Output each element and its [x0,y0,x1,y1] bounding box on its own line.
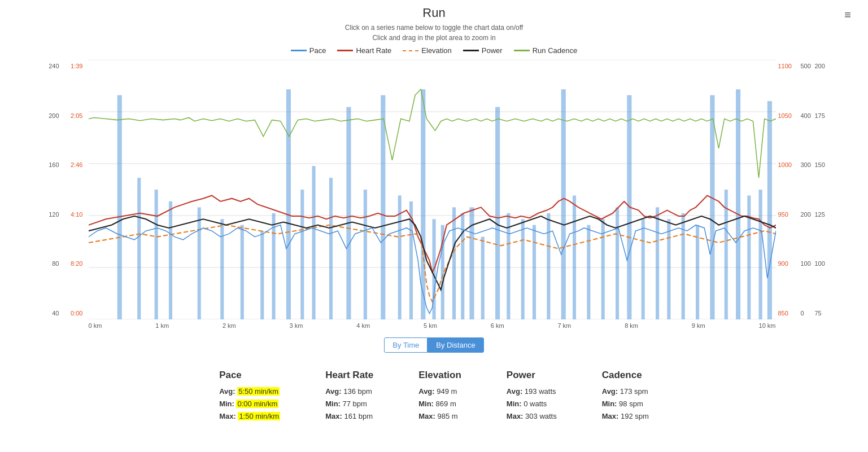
chart-svg[interactable] [89,60,776,319]
stat-title-pace: Pace [219,370,242,381]
stat-title-heartrate: Heart Rate [325,370,373,381]
stat-elev-max-value: 985 m [437,412,457,420]
stat-pace-avg-value: 5:50 min/km [237,387,280,396]
svg-rect-9 [168,201,172,319]
stat-cad-avg: Avg: 173 spm [602,385,648,398]
svg-rect-19 [346,107,351,319]
legend-item-power[interactable]: Power [463,46,503,55]
stat-cad-max-value: 192 spm [621,412,649,420]
svg-rect-13 [260,231,264,319]
stat-hr-max: Max: 161 bpm [325,410,373,423]
stat-cad-max: Max: 192 spm [602,410,649,423]
svg-rect-51 [758,190,762,319]
stats-row: Pace Avg: 5:50 min/km Min: 0:00 min/km M… [0,370,868,423]
stat-elev-avg-value: 949 m [437,387,457,396]
legend-item-heartrate[interactable]: Heart Rate [337,46,391,55]
page-title: Run [0,6,868,20]
stat-group-cadence: Cadence Avg: 173 spm Min: 98 spm Max: 19… [602,370,649,423]
stat-group-pace: Pace Avg: 5:50 min/km Min: 0:00 min/km M… [219,370,280,423]
stat-power-min: Min: 0 watts [507,398,547,410]
stat-pace-avg: Avg: 5:50 min/km [219,385,280,398]
cadence-legend-label: Run Cadence [533,46,578,55]
svg-rect-39 [601,219,604,319]
stat-elev-min: Min: 869 m [418,398,456,410]
heartrate-legend-label: Heart Rate [356,46,391,55]
stat-cad-min: Min: 98 spm [602,398,643,410]
y-axis-right3: 200 175 150 125 100 75 [813,60,830,319]
svg-rect-40 [616,207,619,319]
legend-item-pace[interactable]: Pace [291,46,326,55]
svg-rect-8 [154,190,158,319]
svg-rect-38 [587,225,590,319]
stat-power-max-value: 303 watts [525,412,557,420]
x-axis: 0 km 1 km 2 km 3 km 4 km 5 km 6 km 7 km … [39,322,830,329]
stat-power-avg-value: 193 watts [525,387,556,396]
y-axis-left2: 1:39 2:05 2:46 4:10 8:20 0:00 [63,60,85,319]
svg-rect-30 [481,237,484,319]
svg-rect-24 [421,89,425,319]
elevation-legend-line [403,50,418,51]
svg-rect-46 [696,225,699,319]
cadence-legend-line [514,50,530,51]
svg-rect-17 [312,166,315,319]
chart-wrapper[interactable]: 240 200 160 120 80 40 1:39 2:05 2:46 4:1… [39,60,830,319]
svg-rect-37 [572,195,575,319]
stat-cad-avg-value: 173 spm [620,387,648,396]
stat-power-avg: Avg: 193 watts [507,385,556,398]
svg-rect-12 [240,225,243,319]
toggle-buttons: By Time By Distance [384,337,483,353]
stat-pace-max-value: 1:50 min/km [238,412,280,420]
y-axis-left1: 240 200 160 120 80 40 [39,60,62,319]
stat-power-max: Max: 303 watts [507,410,557,423]
y-axis-right1: 1100 1050 1000 950 900 850 [776,60,801,319]
svg-rect-7 [137,178,141,319]
stat-group-heartrate: Heart Rate Avg: 136 bpm Min: 77 bpm Max:… [325,370,373,423]
chart-area[interactable] [89,60,776,319]
svg-rect-32 [507,213,510,319]
hint-line1: Click on a series name below to toggle t… [0,23,868,33]
svg-rect-18 [329,178,332,319]
header-area: ≡ Run Click on a series name below to to… [0,6,868,57]
stat-title-cadence: Cadence [602,370,642,381]
stat-power-min-value: 0 watts [524,400,547,408]
svg-rect-52 [767,101,771,319]
svg-rect-47 [710,95,714,319]
stat-hr-max-value: 161 bpm [344,412,373,420]
stat-group-elevation: Elevation Avg: 949 m Min: 869 m Max: 985… [418,370,461,423]
page-container: ≡ Run Click on a series name below to to… [0,0,868,452]
pace-legend-line [291,50,307,51]
svg-rect-36 [561,89,565,319]
stat-title-elevation: Elevation [418,370,461,381]
svg-rect-27 [452,207,455,319]
power-legend-line [463,50,479,51]
elevation-legend-label: Elevation [421,46,451,55]
heartrate-legend-line [337,50,353,51]
stat-group-power: Power Avg: 193 watts Min: 0 watts Max: 3… [507,370,557,423]
svg-rect-31 [495,107,500,319]
by-time-button[interactable]: By Time [384,337,428,353]
svg-rect-14 [272,213,275,319]
svg-rect-33 [521,219,524,319]
stat-elev-min-value: 869 m [436,400,456,408]
svg-rect-44 [667,219,670,319]
stat-hr-min-value: 77 bpm [343,400,367,408]
svg-rect-16 [300,190,304,319]
svg-rect-11 [220,219,224,319]
stat-elev-avg: Avg: 949 m [418,385,457,398]
svg-rect-34 [532,225,535,319]
svg-rect-35 [547,213,550,319]
by-distance-button[interactable]: By Distance [428,337,483,353]
stat-title-power: Power [507,370,535,381]
stat-hr-min: Min: 77 bpm [325,398,367,410]
stat-elev-max: Max: 985 m [418,410,457,423]
svg-rect-20 [363,190,367,319]
svg-rect-42 [641,219,644,319]
legend-item-cadence[interactable]: Run Cadence [514,46,578,55]
stat-pace-min-value: 0:00 min/km [236,400,278,408]
legend-item-elevation[interactable]: Elevation [403,46,451,55]
svg-rect-15 [286,89,290,319]
menu-icon[interactable]: ≡ [844,8,851,21]
svg-rect-49 [736,89,740,319]
stat-pace-min: Min: 0:00 min/km [219,398,278,410]
stat-hr-avg-value: 136 bpm [343,387,372,396]
